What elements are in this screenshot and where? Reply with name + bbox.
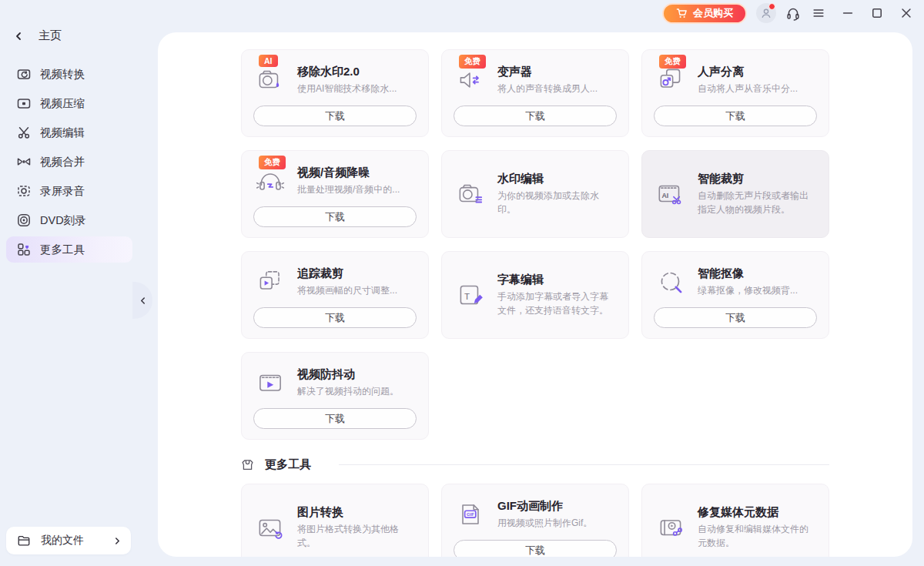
card-title: 字幕编辑	[497, 273, 617, 287]
chevron-right-icon	[115, 537, 120, 545]
folder-icon	[17, 534, 31, 548]
free-badge: 免费	[259, 156, 286, 169]
card-title: 视频/音频降噪	[297, 166, 417, 180]
sidebar-item-label: 视频合并	[40, 155, 85, 169]
sidebar-item-video-convert[interactable]: 视频转换	[0, 59, 142, 89]
metadata-fix-icon	[654, 511, 688, 544]
card-desc: 解决了视频抖动的问题。	[297, 385, 417, 398]
tool-card-watermark-edit[interactable]: 水印编辑 为你的视频添加或去除水印。	[441, 150, 629, 238]
download-button[interactable]: 下载	[253, 105, 417, 126]
section-title: 更多工具	[265, 457, 311, 472]
card-desc: 批量处理视频/音频中的...	[297, 183, 417, 196]
minimize-button[interactable]	[839, 5, 856, 22]
tool-card-remove-watermark[interactable]: AI 移除水印2.0 使用AI智能技术移除水...	[241, 49, 429, 137]
collapse-chevron-icon	[140, 296, 146, 305]
sidebar-item-video-edit[interactable]: 视频编辑	[0, 118, 142, 147]
membership-buy-label: 会员购买	[693, 6, 733, 20]
card-title: GIF动画制作	[497, 499, 617, 514]
tool-card-stabilize[interactable]: 视频防抖动 解决了视频抖动的问题。 下载	[241, 352, 429, 440]
card-desc: 自动修复和编辑媒体文件的元数据。	[698, 523, 817, 550]
download-button[interactable]: 下载	[253, 408, 417, 429]
screen-record-icon	[16, 183, 32, 199]
icon-gif-glyph: GIF	[467, 511, 474, 517]
card-title: 变声器	[497, 65, 617, 79]
tool-card-matting[interactable]: 智能抠像 绿幕抠像，修改视频背... 下载	[641, 251, 829, 339]
card-title: 移除水印2.0	[297, 65, 417, 79]
menu-hamburger-icon[interactable]	[810, 5, 827, 22]
notification-dot	[768, 3, 775, 10]
card-desc: 使用AI智能技术移除水...	[297, 82, 417, 95]
card-desc: 手动添加字幕或者导入字幕文件，还支持语音转文字。	[497, 290, 617, 317]
track-crop-icon	[253, 265, 287, 299]
camera-edit-icon	[454, 177, 487, 211]
download-button[interactable]: 下载	[654, 307, 817, 328]
card-title: 图片转换	[297, 505, 417, 520]
card-title: 修复媒体元数据	[698, 505, 817, 520]
my-files-label: 我的文件	[41, 534, 84, 548]
sidebar-home[interactable]: 主页	[15, 28, 62, 43]
my-files-button[interactable]: 我的文件	[6, 527, 131, 554]
download-button[interactable]: 下载	[253, 206, 417, 227]
app-window: 会员购买	[0, 0, 924, 566]
sidebar-item-label: 录屏录音	[40, 184, 85, 199]
sidebar-item-label: 更多工具	[40, 243, 85, 257]
back-chevron-icon	[15, 32, 22, 41]
user-avatar[interactable]	[756, 3, 776, 23]
tool-card-vocal-remover[interactable]: 免费 人声分离 自动将人声从音乐中分...	[641, 49, 829, 137]
tool-card-grid: AI 移除水印2.0 使用AI智能技术移除水...	[241, 49, 829, 557]
download-button[interactable]: 下载	[454, 540, 617, 557]
card-title: 追踪裁剪	[297, 266, 417, 281]
main-panel: AI 移除水印2.0 使用AI智能技术移除水...	[158, 32, 912, 557]
more-tools-section-header: 更多工具	[241, 457, 829, 472]
icon-t-glyph: T	[464, 292, 470, 301]
home-label: 主页	[38, 28, 62, 43]
merge-icon	[16, 154, 32, 169]
tool-card-voice-changer[interactable]: 免费 变声器 将人的声音转换成男人... 下载	[441, 49, 629, 137]
scissors-icon	[16, 125, 32, 140]
free-badge: 免费	[659, 55, 686, 69]
image-convert-icon	[253, 511, 287, 544]
section-divider	[339, 464, 829, 465]
sidebar-nav: 视频转换 视频压缩 视频编辑	[0, 59, 142, 264]
dvd-icon	[16, 213, 32, 228]
sidebar-item-video-merge[interactable]: 视频合并	[0, 147, 142, 176]
sidebar-item-dvd-burn[interactable]: DVD刻录	[0, 206, 142, 235]
tool-card-denoise[interactable]: 免费 视频/音频降噪 批量处理视频/音频中的...	[241, 150, 429, 238]
icon-ai-glyph: AI	[661, 192, 668, 199]
download-button[interactable]: 下载	[454, 105, 617, 126]
tool-card-gif-maker[interactable]: GIF GIF动画制作 用视频或照片制作Gif。 下载	[441, 484, 629, 557]
tool-card-subtitle-edit[interactable]: T 字幕编辑 手动添加字幕或者导入字幕文件，还支持语音转文字。	[441, 251, 629, 339]
ai-badge: AI	[259, 55, 278, 67]
stabilize-icon	[253, 366, 287, 400]
tool-card-image-convert[interactable]: 图片转换 将图片格式转换为其他格式。	[241, 484, 429, 557]
ai-cut-icon: AI	[654, 177, 688, 211]
card-desc: 将视频画幅的尺寸调整...	[297, 284, 417, 297]
card-title: 人声分离	[698, 65, 817, 79]
support-headset-icon[interactable]	[785, 5, 802, 22]
matting-icon	[654, 265, 688, 299]
tool-card-smart-cut[interactable]: AI 智能裁剪 自动删除无声片段或者输出指定人物的视频片段。	[641, 150, 829, 238]
cart-icon	[676, 8, 688, 19]
sidebar-item-more-tools[interactable]: 更多工具	[0, 235, 142, 264]
tool-card-track-crop[interactable]: 追踪裁剪 将视频画幅的尺寸调整... 下载	[241, 251, 429, 339]
close-button[interactable]	[898, 5, 915, 22]
download-button[interactable]: 下载	[654, 105, 817, 126]
card-title: 视频防抖动	[297, 367, 417, 382]
membership-buy-button[interactable]: 会员购买	[662, 3, 747, 24]
camera-watermark-icon	[253, 63, 287, 97]
card-desc: 将人的声音转换成男人...	[497, 82, 617, 95]
card-desc: 自动删除无声片段或者输出指定人物的视频片段。	[698, 189, 817, 216]
card-title: 水印编辑	[497, 172, 617, 186]
tool-card-metadata-fix[interactable]: 修复媒体元数据 自动修复和编辑媒体文件的元数据。	[641, 484, 829, 557]
sidebar-item-video-compress[interactable]: 视频压缩	[0, 89, 142, 118]
sidebar-item-label: 视频编辑	[40, 126, 85, 140]
sidebar-collapse-handle[interactable]	[132, 282, 152, 319]
maximize-button[interactable]	[869, 5, 886, 22]
sidebar-item-label: 视频转换	[40, 67, 85, 82]
card-desc: 将图片格式转换为其他格式。	[297, 523, 417, 550]
download-button[interactable]: 下载	[253, 307, 417, 328]
card-desc: 绿幕抠像，修改视频背...	[698, 284, 817, 297]
card-title: 智能抠像	[698, 266, 817, 281]
sidebar-item-screen-record[interactable]: 录屏录音	[0, 176, 142, 206]
sidebar: 主页 视频转换	[0, 0, 142, 566]
